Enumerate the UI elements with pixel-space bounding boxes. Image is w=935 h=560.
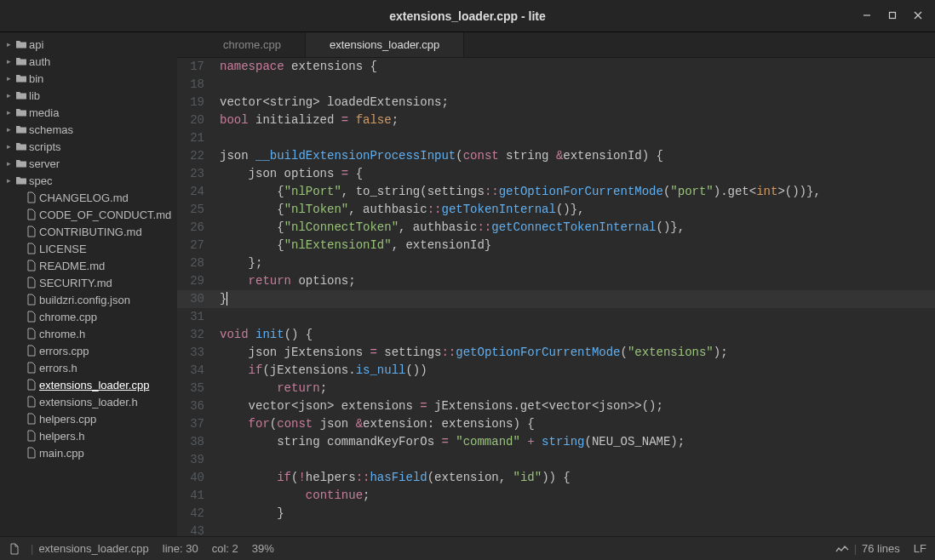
editor-tab[interactable]: extensions_loader.cpp [306, 32, 464, 57]
close-button[interactable] [906, 5, 930, 26]
tree-file[interactable]: chrome.h [0, 325, 177, 342]
file-icon [24, 277, 39, 289]
code-line[interactable]: 37 for(const json &extension: extensions… [177, 415, 935, 433]
tree-folder[interactable]: ▸schemas [0, 121, 177, 138]
code-line[interactable]: 29 return options; [177, 272, 935, 290]
chevron-right-icon: ▸ [3, 91, 14, 100]
tree-folder[interactable]: ▸media [0, 104, 177, 121]
tree-file[interactable]: extensions_loader.cpp [0, 376, 177, 393]
minimize-button[interactable] [855, 5, 879, 26]
folder-icon [14, 158, 29, 169]
file-icon [24, 209, 39, 220]
code-line[interactable]: 23 json options = { [177, 165, 935, 183]
line-number: 25 [177, 201, 211, 219]
editor-area: chrome.cppextensions_loader.cpp 17namesp… [177, 32, 935, 536]
line-number: 21 [177, 129, 211, 147]
file-icon [24, 328, 39, 340]
code-line[interactable]: 39 [177, 451, 935, 469]
code-line[interactable]: 22json __buildExtensionProcessInput(cons… [177, 147, 935, 165]
status-filename: extensions_loader.cpp [38, 542, 148, 555]
tree-item-label: SECURITY.md [39, 277, 112, 289]
tree-file[interactable]: buildzri.config.json [0, 291, 177, 308]
tree-file[interactable]: helpers.h [0, 427, 177, 444]
code-line[interactable]: 34 if(jExtensions.is_null()) [177, 362, 935, 380]
code-line[interactable]: 20bool initialized = false; [177, 111, 935, 129]
tree-file[interactable]: helpers.cpp [0, 410, 177, 427]
tree-file[interactable]: CHANGELOG.md [0, 189, 177, 206]
tree-folder[interactable]: ▸scripts [0, 138, 177, 155]
status-col: col: 2 [212, 542, 238, 555]
file-icon [24, 294, 39, 306]
code-line[interactable]: 18 [177, 76, 935, 94]
tree-file[interactable]: SECURITY.md [0, 274, 177, 291]
line-number: 40 [177, 469, 211, 487]
code-line[interactable]: 36 vector<json> extensions = jExtensions… [177, 397, 935, 415]
maximize-button[interactable] [881, 5, 904, 26]
code-content: }; [211, 254, 262, 272]
code-line[interactable]: 17namespace extensions { [177, 58, 935, 76]
tree-item-label: auth [29, 55, 50, 68]
chevron-right-icon: ▸ [3, 40, 14, 49]
tree-item-label: errors.cpp [39, 345, 89, 357]
code-line[interactable]: 42 } [177, 505, 935, 523]
code-line[interactable]: 35 return; [177, 380, 935, 397]
tree-folder[interactable]: ▸lib [0, 87, 177, 104]
code-editor[interactable]: 17namespace extensions {1819vector<strin… [177, 58, 935, 536]
code-content: vector<string> loadedExtensions; [211, 94, 449, 111]
status-line: line: 30 [163, 542, 198, 555]
tree-file[interactable]: README.md [0, 257, 177, 274]
line-number: 43 [177, 523, 211, 536]
tab-bar: chrome.cppextensions_loader.cpp [177, 32, 935, 58]
tree-file[interactable]: errors.h [0, 359, 177, 376]
code-line[interactable]: 28 }; [177, 254, 935, 272]
tree-folder[interactable]: ▸api [0, 36, 177, 53]
tree-folder[interactable]: ▸auth [0, 53, 177, 70]
tree-file[interactable]: errors.cpp [0, 342, 177, 359]
tree-file[interactable]: CODE_OF_CONDUCT.md [0, 206, 177, 223]
tree-file[interactable]: main.cpp [0, 444, 177, 461]
code-line[interactable]: 30} [177, 290, 935, 308]
tree-item-label: LICENSE [39, 243, 87, 255]
file-icon [24, 260, 39, 271]
line-number: 37 [177, 415, 211, 433]
line-number: 41 [177, 487, 211, 505]
code-line[interactable]: 21 [177, 129, 935, 147]
folder-icon [14, 124, 29, 134]
code-content [211, 129, 220, 147]
line-number: 30 [177, 290, 211, 308]
code-content: {"nlConnectToken", authbasic::getConnect… [211, 219, 685, 237]
code-line[interactable]: 38 string commandKeyForOs = "command" + … [177, 433, 935, 451]
chevron-right-icon: ▸ [3, 57, 14, 66]
code-content: json options = { [211, 165, 363, 183]
status-linecount: 76 lines [862, 542, 900, 555]
code-line[interactable]: 32void init() { [177, 326, 935, 344]
tree-folder[interactable]: ▸bin [0, 70, 177, 87]
tree-file[interactable]: LICENSE [0, 240, 177, 257]
code-line[interactable]: 40 if(!helpers::hasField(extension, "id"… [177, 469, 935, 487]
code-line[interactable]: 43 [177, 523, 935, 536]
tree-item-label: extensions_loader.cpp [39, 379, 149, 391]
code-line[interactable]: 26 {"nlConnectToken", authbasic::getConn… [177, 219, 935, 237]
tree-item-label: CHANGELOG.md [39, 191, 129, 204]
code-line[interactable]: 33 json jExtensions = settings::getOptio… [177, 344, 935, 362]
code-line[interactable]: 31 [177, 308, 935, 326]
chevron-right-icon: ▸ [3, 74, 14, 83]
tree-file[interactable]: chrome.cpp [0, 308, 177, 325]
tree-folder[interactable]: ▸spec [0, 172, 177, 189]
tree-item-label: CONTRIBUTING.md [39, 226, 142, 238]
tree-file[interactable]: extensions_loader.h [0, 393, 177, 410]
code-line[interactable]: 25 {"nlToken", authbasic::getTokenIntern… [177, 201, 935, 219]
code-content: return options; [211, 272, 356, 290]
code-line[interactable]: 27 {"nlExtensionId", extensionId} [177, 237, 935, 254]
code-line[interactable]: 24 {"nlPort", to_string(settings::getOpt… [177, 183, 935, 201]
code-line[interactable]: 41 continue; [177, 487, 935, 505]
code-content: {"nlExtensionId", extensionId} [211, 237, 491, 254]
tree-file[interactable]: CONTRIBUTING.md [0, 223, 177, 240]
tree-item-label: schemas [29, 123, 73, 136]
tree-folder[interactable]: ▸server [0, 155, 177, 172]
editor-tab[interactable]: chrome.cpp [199, 32, 306, 57]
line-number: 20 [177, 111, 211, 129]
code-line[interactable]: 19vector<string> loadedExtensions; [177, 94, 935, 111]
file-tree[interactable]: ▸api▸auth▸bin▸lib▸media▸schemas▸scripts▸… [0, 32, 177, 536]
line-number: 24 [177, 183, 211, 201]
